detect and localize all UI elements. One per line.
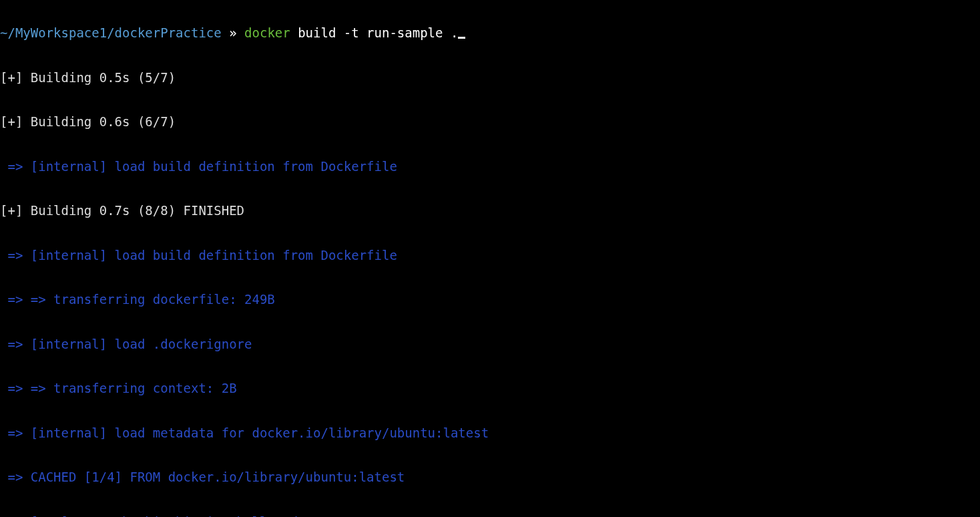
prompt-path: ~/MyWorkspace1/dockerPractice [0,25,229,40]
command-white: build -t run-sample . [290,25,459,40]
output-line: => [internal] load build definition from… [0,156,980,178]
command-green: docker [244,25,290,40]
output-line: => [internal] load .dockerignore [0,333,980,355]
output-line: => CACHED [1/4] FROM docker.io/library/u… [0,466,980,488]
output-line: [+] Building 0.5s (5/7) [0,67,980,89]
output-line: [+] Building 0.7s (8/8) FINISHED [0,200,980,222]
prompt-separator: » [229,25,244,40]
output-line: => [internal] load metadata for docker.i… [0,422,980,444]
output-line: => => transferring context: 2B [0,377,980,399]
terminal[interactable]: ~/MyWorkspace1/dockerPractice » docker b… [0,0,980,517]
output-line: => [2/4] RUN echo hi this is shell mode [0,511,980,517]
output-line: => => transferring dockerfile: 249B [0,289,980,311]
output-line: => [internal] load build definition from… [0,244,980,267]
output-line: [+] Building 0.6s (6/7) [0,111,980,133]
cursor [458,37,465,39]
prompt-line: ~/MyWorkspace1/dockerPractice » docker b… [0,22,980,44]
